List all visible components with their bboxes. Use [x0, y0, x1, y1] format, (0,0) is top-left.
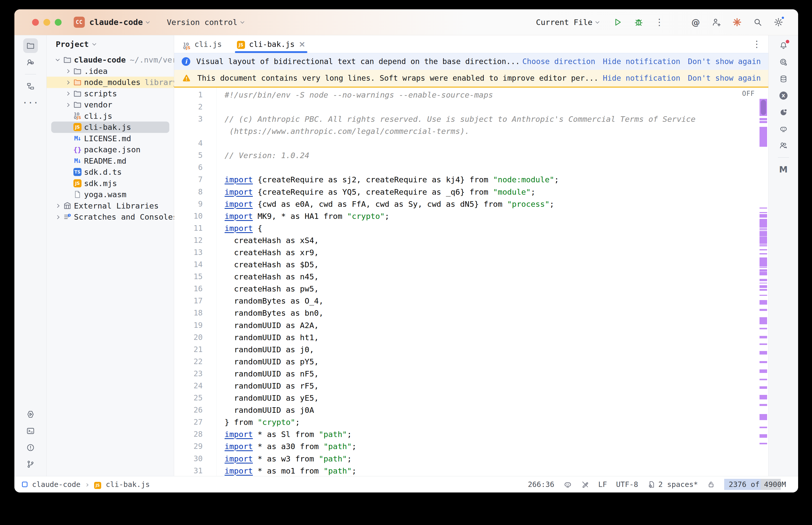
project-selector[interactable]: claude-code	[89, 17, 149, 27]
caret-position[interactable]: 266:36	[528, 480, 555, 489]
run-tool-button[interactable]	[23, 407, 38, 422]
code-line-1[interactable]: 1#!/usr/bin/env -S node --no-warnings --…	[174, 89, 768, 101]
code-with-me-tool-button[interactable]	[776, 138, 791, 153]
tree-item-README.md[interactable]: M↓README.md	[47, 155, 174, 167]
line-ending[interactable]: LF	[598, 480, 607, 489]
code-line-14[interactable]: 14 createHash as $D5,	[174, 258, 768, 271]
code-line-3[interactable]: 3// (c) Anthropic PBC. All rights reserv…	[174, 113, 768, 125]
tree-item-.idea[interactable]: .idea	[47, 65, 174, 77]
encoding[interactable]: UTF-8	[616, 480, 638, 489]
tree-item-claude-code[interactable]: claude-code~/.nvm/vers	[47, 54, 174, 65]
minimize-window-button[interactable]	[43, 19, 50, 26]
tree-item-External Libraries[interactable]: External Libraries	[47, 200, 174, 212]
code-line-23[interactable]: 23 randomUUID as nF5,	[174, 368, 768, 380]
chevron-right-icon[interactable]	[63, 103, 72, 106]
settings-button[interactable]	[771, 15, 785, 29]
code-line-7[interactable]: 7import {createRequire as sj2, createReq…	[174, 174, 768, 185]
code-line-26[interactable]: 26 randomUUID as j0A	[174, 404, 768, 416]
code-line-20[interactable]: 20 randomUUID as ht1,	[174, 331, 768, 343]
close-tab-icon[interactable]: ×	[299, 39, 306, 49]
breadcrumb-file[interactable]: cli-bak.js	[106, 480, 150, 489]
ai-assistant-tool-button[interactable]	[776, 55, 791, 70]
structure-tool-button[interactable]	[23, 79, 38, 93]
run-config-selector[interactable]: Current File	[536, 18, 599, 27]
tab-cli.js[interactable]: 100JScli.js	[176, 35, 230, 53]
search-everywhere-button[interactable]	[751, 15, 765, 29]
notifications-tool-button[interactable]	[776, 38, 791, 53]
run-button[interactable]	[611, 15, 625, 29]
indent-setting[interactable]: 2 spaces*	[647, 480, 698, 489]
chevron-right-icon[interactable]	[63, 70, 72, 72]
more-actions-button[interactable]: ⋮	[652, 15, 666, 29]
code-line-31[interactable]: 31import * as mo1 from "path";	[174, 465, 768, 476]
more-tool-windows-tool-button[interactable]: ···	[23, 95, 38, 110]
tree-item-yoga.wasm[interactable]: yoga.wasm	[47, 189, 174, 200]
terminal-tool-button[interactable]	[23, 424, 38, 438]
tree-item-node_modules[interactable]: node_moduleslibrary	[47, 77, 174, 88]
hide-notification-link[interactable]: Hide notification	[603, 74, 680, 82]
tree-item-scripts[interactable]: scripts	[47, 88, 174, 99]
code-line-6[interactable]: 6	[174, 161, 768, 174]
chevron-right-icon[interactable]	[63, 81, 72, 84]
zoom-window-button[interactable]	[55, 19, 62, 26]
tree-item-cli-bak.js[interactable]: JScli-bak.js	[47, 122, 174, 133]
code-line-30[interactable]: 30import * as w3 from "path";	[174, 453, 768, 465]
code-line-22[interactable]: 22 randomUUID as pY5,	[174, 356, 768, 368]
debug-button[interactable]	[632, 15, 646, 29]
code-line-12[interactable]: 12 createHash as xS4,	[174, 234, 768, 246]
claude-icon[interactable]	[730, 15, 744, 29]
tree-item-Scratches and Consoles[interactable]: Scratches and Consoles	[47, 211, 174, 223]
code-line-28[interactable]: 28import * as Sl from "path";	[174, 428, 768, 440]
tree-item-vendor[interactable]: vendor	[47, 99, 174, 110]
code-line-4[interactable]: 4	[174, 137, 768, 149]
code-line-16[interactable]: 16 createHash as pw5,	[174, 283, 768, 295]
editor-scrollbar[interactable]	[759, 88, 768, 476]
code-line-9[interactable]: 9import {cwd as e0A, cwd as FfA, cwd as …	[174, 198, 768, 210]
dont-show-again-link[interactable]: Don't show again	[688, 57, 761, 66]
chevron-right-icon[interactable]	[53, 204, 62, 207]
code-line-19[interactable]: 19 randomUUID as A2A,	[174, 319, 768, 331]
highlighting-off-icon[interactable]	[581, 480, 589, 489]
code-line-5[interactable]: 5// Version: 1.0.24	[174, 149, 768, 161]
code-line-8[interactable]: 8import {createRequire as YQ5, createReq…	[174, 186, 768, 198]
chevron-down-icon[interactable]	[53, 59, 62, 61]
ai-assistant-button[interactable]: @	[689, 15, 703, 29]
breadcrumb-project[interactable]: claude-code	[32, 480, 80, 489]
plugin-tool-button[interactable]	[776, 105, 791, 120]
hide-notification-link[interactable]: Hide notification	[603, 57, 680, 66]
code-line-11[interactable]: 11import {	[174, 222, 768, 234]
code-with-me-button[interactable]	[709, 15, 723, 29]
tree-item-LICENSE.md[interactable]: M↓LICENSE.md	[47, 133, 174, 144]
lock-icon[interactable]	[707, 480, 715, 489]
copilot-status-icon[interactable]	[563, 480, 572, 489]
code-line-2[interactable]: 2	[174, 101, 768, 113]
code-line-21[interactable]: 21 randomUUID as j0,	[174, 343, 768, 356]
project-tool-header[interactable]: Project	[47, 35, 174, 53]
tree-item-sdk.d.ts[interactable]: TSsdk.d.ts	[47, 166, 174, 178]
code-line-wrap[interactable]: (https://www.anthropic.com/legal/commerc…	[174, 125, 768, 137]
code-line-17[interactable]: 17 randomBytes as O_4,	[174, 295, 768, 307]
code-line-13[interactable]: 13 createHash as xr9,	[174, 246, 768, 258]
memory-indicator[interactable]: 2376 of 4900M	[724, 479, 791, 490]
tree-item-package.json[interactable]: {}package.json	[47, 144, 174, 155]
github-copilot-tool-button[interactable]	[776, 122, 791, 136]
code-line-24[interactable]: 24 randomUUID as rF5,	[174, 380, 768, 392]
code-line-29[interactable]: 29import * as a30 from "path";	[174, 440, 768, 452]
commit-tool-button[interactable]	[23, 55, 38, 70]
m-plugin-tool-button[interactable]: M	[776, 162, 791, 177]
code-line-18[interactable]: 18 randomBytes as bn0,	[174, 307, 768, 319]
problems-tool-button[interactable]	[23, 440, 38, 455]
version-control-tool-button[interactable]	[23, 457, 38, 471]
highlighting-level-badge[interactable]: OFF	[742, 90, 755, 97]
code-editor[interactable]: OFF 1#!/usr/bin/env -S node --no-warning…	[174, 88, 768, 476]
dont-show-again-link[interactable]: Don't show again	[688, 74, 761, 82]
x-plugin-tool-button[interactable]: X	[776, 88, 791, 103]
choose-direction-link[interactable]: Choose direction	[522, 57, 595, 66]
tree-item-sdk.mjs[interactable]: JSsdk.mjs	[47, 178, 174, 189]
code-line-10[interactable]: 10import MK9, * as HA1 from "crypto";	[174, 210, 768, 222]
chevron-right-icon[interactable]	[53, 215, 62, 219]
database-tool-button[interactable]	[776, 72, 791, 86]
scrollbar-thumb[interactable]	[761, 100, 766, 115]
tabs-more-button[interactable]: ⋮	[752, 40, 761, 49]
code-line-25[interactable]: 25 randomUUID as yE5,	[174, 392, 768, 404]
